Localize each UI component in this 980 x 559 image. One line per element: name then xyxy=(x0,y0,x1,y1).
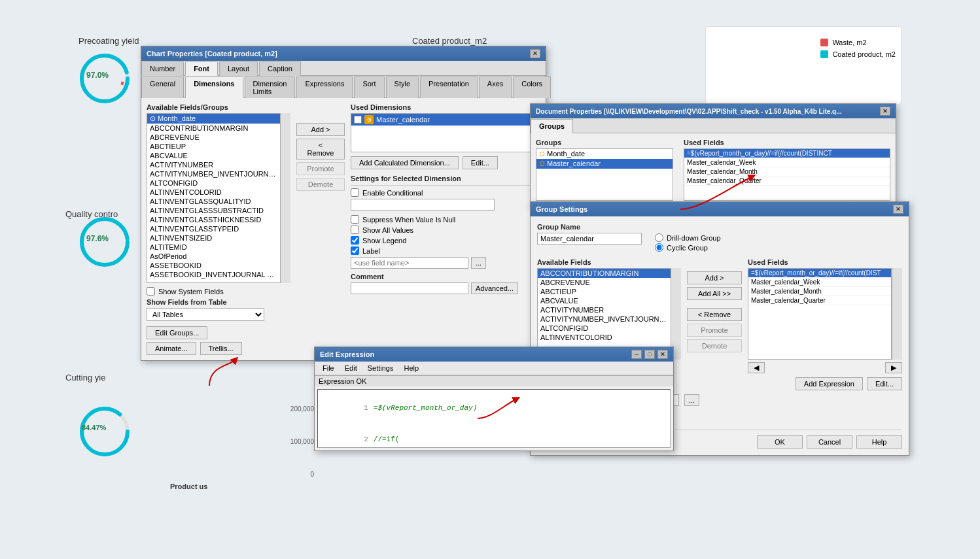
tab-presentation[interactable]: Presentation xyxy=(420,76,478,98)
group-settings-close[interactable]: ✕ xyxy=(893,205,903,214)
used-field-month[interactable]: Master_calendar_Month xyxy=(684,167,890,177)
gs-used-quarter[interactable]: Master_calendar_Quarter xyxy=(748,296,891,305)
gs-field-abcvalue[interactable]: ABCVALUE xyxy=(538,296,671,305)
field-month-date[interactable]: ⊙ Month_date xyxy=(147,114,280,124)
field-assetbookid[interactable]: ASSETBOOKID xyxy=(147,261,280,270)
menu-file[interactable]: File xyxy=(317,363,340,373)
tab-dimensions[interactable]: Dimensions xyxy=(185,76,243,98)
group-name-input[interactable] xyxy=(537,233,642,245)
field-activitynumber-inv[interactable]: ACTIVITYNUMBER_INVENTJOURNALTF xyxy=(147,169,280,178)
expr-line-1[interactable]: 1=$(vReport_month_or_day) xyxy=(321,392,667,424)
all-tables-select[interactable]: All Tables xyxy=(147,308,264,321)
suppress-null-checkbox[interactable] xyxy=(351,215,359,224)
gs-field-activity-inv[interactable]: ACTIVITYNUMBER_INVENTJOURNALTF xyxy=(538,314,671,324)
field-abctieup[interactable]: ABCTIEUP xyxy=(147,142,280,151)
tab-style[interactable]: Style xyxy=(386,76,419,98)
gs-cancel-button[interactable]: Cancel xyxy=(807,435,852,449)
edit-expr-maximize[interactable]: □ xyxy=(644,350,655,359)
add-dimension-button[interactable]: Add > xyxy=(296,123,345,136)
used-dimensions-list[interactable]: + ⊙ Master_calendar xyxy=(351,113,540,152)
gs-used-scrollbar[interactable] xyxy=(892,268,902,360)
gs-add-all-button[interactable]: Add All >> xyxy=(687,287,742,300)
field-abcvalue[interactable]: ABCVALUE xyxy=(147,151,280,160)
field-altconfigid[interactable]: ALTCONFIGID xyxy=(147,178,280,188)
field-abccontribution[interactable]: ABCCONTRIBUTIONMARGIN xyxy=(147,124,280,133)
field-altinventsize[interactable]: ALTINVENTSIZEID xyxy=(147,233,280,243)
gs-promote-button[interactable]: Promote xyxy=(687,324,742,337)
label-browse-button[interactable]: ... xyxy=(471,257,486,269)
used-field-expression[interactable]: =$(vReport_month_or_day)//=if(//count(DI… xyxy=(684,149,890,158)
gs-ok-button[interactable]: OK xyxy=(757,435,803,449)
gs-field-abc[interactable]: ABCCONTRIBUTIONMARGIN xyxy=(538,269,671,278)
field-altinventglass-sub[interactable]: ALTINVENTGLASSSUBSTRACTID xyxy=(147,206,280,215)
tab-general[interactable]: General xyxy=(141,76,184,98)
used-field-quarter[interactable]: Master_calendar_Quarter xyxy=(684,177,890,186)
gs-used-week[interactable]: Master_calendar_Week xyxy=(748,278,891,287)
field-assetbookid-inv[interactable]: ASSETBOOKID_INVENTJOURNAL TRAN xyxy=(147,270,280,279)
tab-caption[interactable]: Caption xyxy=(259,61,301,76)
tab-axes[interactable]: Axes xyxy=(479,76,512,98)
used-field-week[interactable]: Master_calendar_Week xyxy=(684,158,890,167)
expr-line-2[interactable]: 2//=if( xyxy=(321,424,667,448)
gs-field-altinvent[interactable]: ALTINVENTCOLORID xyxy=(538,333,671,342)
tree-expand-icon[interactable]: + xyxy=(354,116,362,124)
field-asofperiod[interactable]: AsOfPeriod xyxy=(147,252,280,261)
expression-editor[interactable]: 1=$(vReport_month_or_day) 2//=if( 3//cou… xyxy=(317,389,671,448)
gs-field-altconfig[interactable]: ALTCONFIGID xyxy=(538,324,671,333)
tab-sort[interactable]: Sort xyxy=(354,76,384,98)
edit-expr-minimize[interactable]: ─ xyxy=(631,350,642,359)
gs-available-list[interactable]: ABCCONTRIBUTIONMARGIN ABCREVENUE ABCTIEU… xyxy=(537,268,671,360)
tab-colors[interactable]: Colors xyxy=(513,76,551,98)
gs-label-browse[interactable]: ... xyxy=(684,394,699,406)
gs-scroll-left[interactable]: ◀ xyxy=(748,362,765,373)
gs-remove-button[interactable]: < Remove xyxy=(687,308,742,321)
label-input[interactable] xyxy=(351,257,468,269)
edit-groups-button[interactable]: Edit Groups... xyxy=(147,326,207,339)
gs-help-button[interactable]: Help xyxy=(856,435,902,449)
trellis-button[interactable]: Trellis... xyxy=(200,342,242,355)
gs-field-abctieup[interactable]: ABCTIEUP xyxy=(538,287,671,296)
cyclic-radio[interactable] xyxy=(655,243,663,252)
gs-available-scrollbar[interactable] xyxy=(671,268,681,360)
tab-layout[interactable]: Layout xyxy=(219,61,258,76)
gs-edit-button[interactable]: Edit... xyxy=(867,377,902,390)
enable-conditional-checkbox[interactable] xyxy=(351,188,359,197)
doc-props-close[interactable]: ✕ xyxy=(880,107,890,116)
comment-input[interactable] xyxy=(351,282,468,294)
edit-expr-close[interactable]: ✕ xyxy=(657,350,668,359)
field-abcrevenue[interactable]: ABCREVENUE xyxy=(147,133,280,142)
tab-groups[interactable]: Groups xyxy=(531,119,573,133)
remove-dimension-button[interactable]: < Remove xyxy=(296,139,345,160)
field-altinventcolorid[interactable]: ALTINVENTCOLORID xyxy=(147,188,280,197)
tab-font[interactable]: Font xyxy=(185,61,218,76)
show-all-values-checkbox[interactable] xyxy=(351,226,359,234)
doc-groups-list[interactable]: ⊙ Month_date ⊙ Master_calendar xyxy=(536,148,673,201)
gs-field-activity[interactable]: ACTIVITYNUMBER xyxy=(538,305,671,314)
available-fields-scrollbar[interactable] xyxy=(280,113,290,283)
menu-edit[interactable]: Edit xyxy=(340,363,362,373)
animate-button[interactable]: Animate... xyxy=(147,342,196,355)
tab-expressions[interactable]: Expressions xyxy=(296,76,353,98)
promote-dimension-button[interactable]: Promote xyxy=(296,162,345,175)
drill-down-radio[interactable] xyxy=(655,233,663,242)
edit-dimension-button[interactable]: Edit... xyxy=(463,156,498,169)
menu-help[interactable]: Help xyxy=(398,363,424,373)
show-legend-checkbox[interactable] xyxy=(351,236,359,245)
label-checkbox[interactable] xyxy=(351,246,359,255)
field-activitynumber[interactable]: ACTIVITYNUMBER xyxy=(147,160,280,169)
menu-settings[interactable]: Settings xyxy=(362,363,399,373)
gs-field-abcrev[interactable]: ABCREVENUE xyxy=(538,278,671,287)
field-altinventglass-type[interactable]: ALTINVENTGLASSTYPEID xyxy=(147,224,280,233)
show-system-fields-checkbox[interactable] xyxy=(147,287,155,296)
group-month-date[interactable]: ⊙ Month_date xyxy=(536,149,673,159)
demote-dimension-button[interactable]: Demote xyxy=(296,178,345,191)
available-fields-list[interactable]: ⊙ Month_date ABCCONTRIBUTIONMARGIN ABCRE… xyxy=(147,113,280,283)
used-dim-master-calendar[interactable]: + ⊙ Master_calendar xyxy=(351,114,540,126)
advanced-button[interactable]: Advanced... xyxy=(471,282,518,294)
gs-used-month[interactable]: Master_calendar_Month xyxy=(748,287,891,296)
add-calc-dim-button[interactable]: Add Calculated Dimension... xyxy=(351,156,459,169)
gs-used-expr[interactable]: =$(vReport_month_or_day)//=if(//count(DI… xyxy=(748,269,891,278)
conditional-input[interactable] xyxy=(351,199,495,211)
gs-add-button[interactable]: Add > xyxy=(687,271,742,284)
add-expression-button[interactable]: Add Expression xyxy=(796,377,863,390)
